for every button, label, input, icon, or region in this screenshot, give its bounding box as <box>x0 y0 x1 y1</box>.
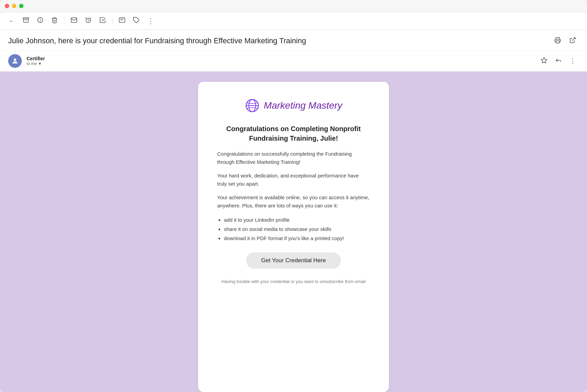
logo-globe-icon <box>245 98 260 113</box>
to-me-label[interactable]: to me ▼ <box>27 61 45 66</box>
chevron-down-icon: ▼ <box>38 61 42 66</box>
label-button[interactable] <box>130 15 142 27</box>
archive-button[interactable] <box>20 15 32 27</box>
card-para3: Your achievement is available online, so… <box>217 193 370 210</box>
report-icon <box>37 17 44 25</box>
open-icon <box>569 37 576 45</box>
mark-unread-icon <box>71 17 77 25</box>
reply-icon <box>555 57 562 65</box>
star-button[interactable] <box>538 55 550 67</box>
reply-button[interactable] <box>552 55 565 67</box>
svg-point-3 <box>40 21 40 21</box>
print-button[interactable] <box>552 35 564 47</box>
toolbar-separator-2 <box>112 17 112 25</box>
label-icon <box>133 17 140 25</box>
sender-row: Certifier to me ▼ <box>0 51 587 72</box>
email-subject: Julie Johnson, here is your credential f… <box>8 36 306 45</box>
delete-button[interactable] <box>48 15 61 27</box>
subject-actions <box>552 35 579 47</box>
toolbar-separator <box>64 17 64 25</box>
more-icon: ⋮ <box>147 17 154 25</box>
more-button[interactable]: ⋮ <box>145 15 157 27</box>
list-item: share it on social media to showcase you… <box>224 224 370 234</box>
sender-left: Certifier to me ▼ <box>8 54 45 68</box>
sender-actions: ⋮ <box>538 55 579 67</box>
titlebar <box>0 0 587 12</box>
gmail-toolbar: ← <box>0 12 587 30</box>
back-icon: ← <box>9 18 15 25</box>
move-icon <box>119 17 125 25</box>
list-item: add it to your LinkedIn profile <box>224 215 370 224</box>
open-in-new-button[interactable] <box>567 35 579 47</box>
app-window: ← <box>0 0 587 392</box>
close-button[interactable] <box>5 4 9 8</box>
task-icon <box>99 17 106 25</box>
message-more-button[interactable]: ⋮ <box>567 55 579 67</box>
email-subject-row: Julie Johnson, here is your credential f… <box>0 30 587 51</box>
sender-info: Certifier to me ▼ <box>27 56 45 66</box>
avatar <box>8 54 22 68</box>
card-list: add it to your LinkedIn profile share it… <box>224 215 370 243</box>
snooze-icon <box>85 17 92 25</box>
minimize-button[interactable] <box>12 4 16 8</box>
svg-point-10 <box>14 59 16 61</box>
back-button[interactable]: ← <box>5 15 18 27</box>
list-item: download it in PDF format if you's like … <box>224 234 370 243</box>
logo-area: Marketing Mastery <box>217 98 370 113</box>
email-body: Marketing Mastery Congratulations on Com… <box>0 72 587 392</box>
svg-rect-0 <box>23 18 29 19</box>
logo-text: Marketing Mastery <box>264 100 342 111</box>
report-button[interactable] <box>34 15 46 27</box>
maximize-button[interactable] <box>19 4 24 8</box>
task-button[interactable] <box>96 15 109 27</box>
star-icon <box>541 57 547 65</box>
sender-name: Certifier <box>27 56 45 61</box>
print-icon <box>554 37 561 45</box>
svg-marker-11 <box>541 57 547 63</box>
mark-unread-button[interactable] <box>68 15 80 27</box>
move-button[interactable] <box>116 15 128 27</box>
svg-line-9 <box>572 37 575 41</box>
archive-icon <box>22 17 29 25</box>
snooze-button[interactable] <box>82 15 94 27</box>
delete-icon <box>51 17 58 25</box>
get-credential-button[interactable]: Get Your Credential Here <box>246 252 341 269</box>
card-heading: Congratulations on Completing Nonprofit … <box>217 124 370 143</box>
email-card: Marketing Mastery Congratulations on Com… <box>198 82 389 392</box>
message-more-icon: ⋮ <box>569 57 576 65</box>
cta-wrapper: Get Your Credential Here <box>217 252 370 269</box>
svg-rect-8 <box>556 41 559 43</box>
card-footer: Having trouble with your credential or y… <box>217 278 370 285</box>
card-para2: Your hard work, dedication, and exceptio… <box>217 172 370 188</box>
card-para1: Congratulations on successfully completi… <box>217 150 370 166</box>
